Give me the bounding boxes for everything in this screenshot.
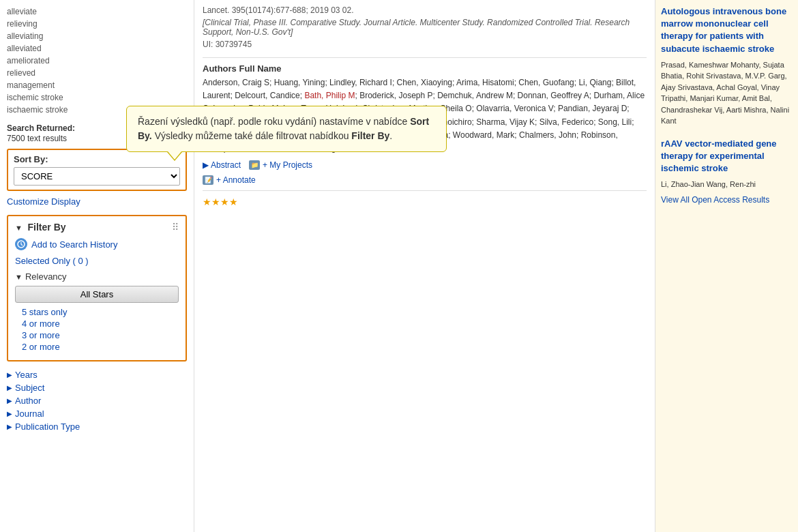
- right-panel: Autologous intravenous bone marrow monon…: [655, 0, 798, 532]
- journal-filter-label: Journal: [15, 409, 44, 419]
- tooltip-bold-2: Filter By: [351, 130, 389, 141]
- sort-by-box: Sort By: SCORE Most Recent Publication D…: [7, 149, 187, 191]
- article-citation: Lancet. 395(10174):677-688; 2019 03 02.: [203, 5, 647, 15]
- filter-by-title-container: ▼ Filter By: [15, 222, 66, 233]
- filter-by-triangle-icon: ▼: [15, 224, 23, 232]
- history-icon: [15, 238, 27, 250]
- author-arrow-icon: ▶: [7, 397, 12, 404]
- main-content: Lancet. 395(10174):677-688; 2019 03 02. …: [194, 0, 655, 532]
- abstract-link[interactable]: ▶ Abstract: [203, 160, 241, 170]
- keyword-list: alleviate relieving alleviating alleviat…: [7, 5, 187, 116]
- keyword-item: alleviating: [7, 30, 187, 42]
- authors-header: Authors Full Name: [203, 63, 647, 74]
- my-projects-icon: 📁: [249, 160, 260, 170]
- tooltip-text-end: .: [389, 130, 392, 141]
- relevancy-expand-icon[interactable]: ▼: [15, 273, 23, 281]
- keyword-item: ameliorated: [7, 55, 187, 67]
- keyword-item: management: [7, 79, 187, 91]
- divider-bottom: [203, 190, 647, 191]
- keyword-item: alleviate: [7, 5, 187, 18]
- drag-handle-icon[interactable]: ⠿: [172, 222, 179, 233]
- abstract-triangle-icon: ▶: [203, 160, 209, 170]
- tooltip-container: Řazení výsledků (např. podle roku vydání…: [126, 106, 447, 152]
- related-article-2-title[interactable]: rAAV vector-mediated gene therapy for ex…: [661, 138, 793, 175]
- customize-display-link[interactable]: Customize Display: [7, 196, 80, 207]
- related-article-2-authors: Li, Zhao-Jian Wang, Ren-zhi: [661, 179, 793, 190]
- my-projects-button[interactable]: 📁 + My Projects: [249, 160, 312, 170]
- abstract-link-label: Abstract: [211, 160, 241, 170]
- subject-filter-label: Subject: [15, 383, 44, 393]
- four-stars-link[interactable]: 4 or more: [22, 319, 179, 329]
- relevancy-header: ▼ Relevancy: [15, 271, 179, 282]
- add-to-history-button[interactable]: Add to Search History: [15, 238, 179, 250]
- related-article-1: Autologous intravenous bone marrow monon…: [661, 5, 793, 127]
- subject-filter[interactable]: ▶ Subject: [7, 383, 187, 393]
- publication-type-filter[interactable]: ▶ Publication Type: [7, 422, 187, 432]
- years-filter[interactable]: ▶ Years: [7, 370, 187, 380]
- keyword-item: relieved: [7, 67, 187, 79]
- add-to-history-label: Add to Search History: [31, 239, 117, 250]
- tooltip-text-2: Výsledky můžeme také dále filtrovat nabí…: [152, 130, 352, 141]
- two-stars-link[interactable]: 2 or more: [22, 342, 179, 352]
- related-article-2: rAAV vector-mediated gene therapy for ex…: [661, 138, 793, 205]
- article-ui: UI: 30739745: [203, 40, 647, 49]
- sort-by-select[interactable]: SCORE Most Recent Publication Date First…: [14, 167, 180, 186]
- article-actions: ▶ Abstract 📁 + My Projects: [203, 160, 647, 170]
- author-filter-label: Author: [15, 396, 41, 406]
- journal-arrow-icon: ▶: [7, 410, 12, 417]
- years-filter-label: Years: [15, 370, 38, 380]
- keyword-item: ischemic stroke: [7, 91, 187, 104]
- five-stars-link[interactable]: 5 stars only: [22, 307, 179, 317]
- tooltip-text-1: Řazení výsledků (např. podle roku vydání…: [138, 116, 410, 127]
- annotate-icon: 📝: [203, 175, 213, 185]
- my-projects-label: + My Projects: [263, 160, 312, 170]
- all-stars-button[interactable]: All Stars: [15, 286, 179, 303]
- annotate-button[interactable]: 📝 + Annotate: [203, 175, 647, 185]
- filter-by-box: ▼ Filter By ⠿ Add to Search History Sele…: [7, 215, 187, 361]
- three-stars-link[interactable]: 3 or more: [22, 330, 179, 340]
- selected-only-link[interactable]: Selected Only ( 0 ): [15, 256, 179, 266]
- relevancy-section: ▼ Relevancy All Stars 5 stars only 4 or …: [15, 271, 179, 352]
- sidebar: alleviate relieving alleviating alleviat…: [0, 0, 194, 532]
- journal-filter[interactable]: ▶ Journal: [7, 409, 187, 419]
- view-all-open-access-link[interactable]: View All Open Access Results: [661, 195, 769, 205]
- search-returned-label: Search Returned:: [7, 123, 75, 133]
- highlighted-author-bath: Bath, Philip M: [304, 91, 355, 100]
- article-type-tags: [Clinical Trial, Phase III. Comparative …: [203, 18, 647, 37]
- keyword-item: relieving: [7, 18, 187, 30]
- keyword-item: alleviated: [7, 42, 187, 55]
- search-returned-count: 7500 text results: [7, 134, 67, 143]
- divider-top: [203, 57, 647, 58]
- relevancy-label: Relevancy: [25, 271, 67, 282]
- years-arrow-icon: ▶: [7, 371, 12, 379]
- subject-arrow-icon: ▶: [7, 384, 12, 391]
- related-article-1-authors: Prasad, Kameshwar Mohanty, Sujata Bhatia…: [661, 59, 793, 127]
- pub-type-arrow-icon: ▶: [7, 423, 12, 430]
- tooltip-box: Řazení výsledků (např. podle roku vydání…: [126, 106, 447, 152]
- author-filter[interactable]: ▶ Author: [7, 396, 187, 406]
- annotate-label: + Annotate: [216, 175, 256, 185]
- sort-by-label: Sort By:: [14, 154, 180, 164]
- filter-by-title: Filter By: [28, 222, 66, 233]
- filter-by-header: ▼ Filter By ⠿: [15, 222, 179, 233]
- publication-type-label: Publication Type: [15, 422, 80, 432]
- article-stars: ★★★★: [203, 196, 647, 207]
- related-article-1-title[interactable]: Autologous intravenous bone marrow monon…: [661, 5, 793, 55]
